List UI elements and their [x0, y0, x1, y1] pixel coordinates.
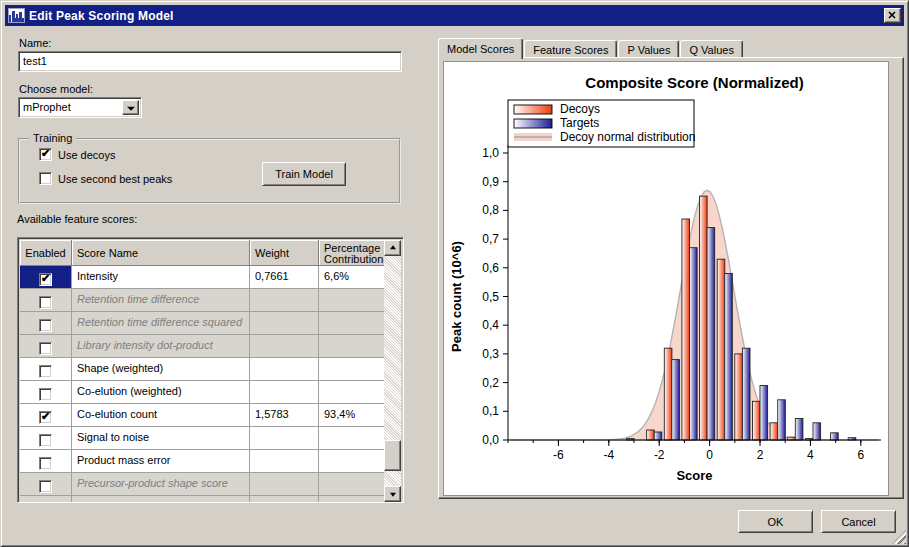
title-bar[interactable]: Edit Peak Scoring Model [5, 5, 904, 26]
enabled-cell[interactable] [20, 496, 72, 502]
tab-model-scores[interactable]: Model Scores [438, 38, 523, 59]
score-name-cell[interactable]: Shape (weighted) [72, 358, 250, 381]
model-combobox[interactable]: mProphet [18, 97, 142, 118]
weight-cell[interactable] [250, 427, 319, 450]
weight-cell[interactable] [250, 289, 319, 312]
score-name-cell[interactable]: Precursor-product shape score [72, 473, 250, 496]
chevron-down-icon [127, 106, 135, 110]
x-tick-label: 0 [706, 448, 713, 462]
score-name-cell[interactable]: Product mass error [72, 450, 250, 473]
table-header-row[interactable]: Enabled Score Name Weight PercentageCont… [20, 240, 386, 266]
weight-cell[interactable] [250, 450, 319, 473]
score-name-cell[interactable]: Retention time difference [72, 289, 250, 312]
table-row[interactable]: Precursor mass error [20, 496, 386, 502]
table-row[interactable]: Retention time difference squared [20, 312, 386, 335]
score-name-cell[interactable]: Co-elution count [72, 404, 250, 427]
training-checkbox[interactable]: ✔ [39, 148, 52, 161]
name-input[interactable]: test1 [18, 51, 402, 72]
table-row[interactable]: Co-elution (weighted) [20, 381, 386, 404]
enabled-cell[interactable]: ✔ [20, 404, 72, 427]
contribution-cell[interactable]: 6,6% [319, 266, 386, 289]
target-bar [742, 348, 750, 440]
scroll-up-button[interactable] [384, 240, 401, 256]
contribution-cell[interactable] [319, 427, 386, 450]
row-enabled-checkbox[interactable] [39, 319, 52, 332]
contribution-cell[interactable] [319, 335, 386, 358]
weight-cell[interactable]: 0,7661 [250, 266, 319, 289]
tab-q-values[interactable]: Q Values [680, 40, 742, 58]
contribution-cell[interactable] [319, 289, 386, 312]
table-row[interactable]: Signal to noise [20, 427, 386, 450]
enabled-cell[interactable] [20, 381, 72, 404]
enabled-cell[interactable]: ✔ [20, 266, 72, 289]
weight-cell[interactable] [250, 335, 319, 358]
table-row[interactable]: ✔ Intensity 0,7661 6,6% [20, 266, 386, 289]
row-enabled-checkbox[interactable] [39, 342, 52, 355]
scroll-down-button[interactable] [384, 486, 401, 502]
weight-cell[interactable] [250, 496, 319, 502]
row-enabled-checkbox[interactable] [39, 434, 52, 447]
table-scrollbar[interactable] [384, 240, 401, 502]
table-row[interactable]: Precursor-product shape score [20, 473, 386, 496]
feature-score-table[interactable]: Enabled Score Name Weight PercentageCont… [17, 237, 404, 503]
score-name-cell[interactable]: Intensity [72, 266, 250, 289]
score-name-cell[interactable]: Precursor mass error [72, 496, 250, 502]
weight-cell[interactable] [250, 312, 319, 335]
check-icon: ✔ [41, 272, 50, 285]
table-row[interactable]: Product mass error [20, 450, 386, 473]
decoy-bar [717, 259, 725, 440]
contribution-cell[interactable] [319, 312, 386, 335]
weight-cell[interactable] [250, 358, 319, 381]
contribution-cell[interactable] [319, 381, 386, 404]
contribution-cell[interactable]: 93,4% [319, 404, 386, 427]
tab-feature-scores[interactable]: Feature Scores [524, 40, 617, 58]
score-name-cell[interactable]: Signal to noise [72, 427, 250, 450]
table-row[interactable]: ✔ Co-elution count 1,5783 93,4% [20, 404, 386, 427]
row-enabled-checkbox[interactable] [39, 365, 52, 378]
target-bar [654, 432, 662, 440]
score-name-cell[interactable]: Retention time difference squared [72, 312, 250, 335]
row-enabled-checkbox[interactable]: ✔ [39, 273, 52, 286]
row-enabled-checkbox[interactable] [39, 296, 52, 309]
table-row[interactable]: Shape (weighted) [20, 358, 386, 381]
table-row[interactable]: Retention time difference [20, 289, 386, 312]
combobox-dropdown-button[interactable] [122, 100, 139, 115]
enabled-cell[interactable] [20, 473, 72, 496]
column-header-enabled[interactable]: Enabled [20, 240, 72, 266]
score-name-cell[interactable]: Library intensity dot-product [72, 335, 250, 358]
enabled-cell[interactable] [20, 335, 72, 358]
row-enabled-checkbox[interactable] [39, 480, 52, 493]
contribution-cell[interactable] [319, 473, 386, 496]
contribution-cell[interactable] [319, 496, 386, 502]
tab-p-values[interactable]: P Values [618, 40, 679, 58]
enabled-cell[interactable] [20, 427, 72, 450]
column-header-contribution[interactable]: PercentageContribution [319, 240, 386, 266]
table-row[interactable]: Library intensity dot-product [20, 335, 386, 358]
dialog-window: Edit Peak Scoring Model Name: test1 Choo… [0, 0, 909, 547]
x-tick-label: -2 [654, 448, 665, 462]
column-header-score-name[interactable]: Score Name [72, 240, 250, 266]
row-enabled-checkbox[interactable] [39, 388, 52, 401]
training-checkbox[interactable] [39, 172, 52, 185]
train-model-button[interactable]: Train Model [262, 162, 346, 186]
weight-cell[interactable]: 1,5783 [250, 404, 319, 427]
column-header-weight[interactable]: Weight [250, 240, 319, 266]
target-bar [813, 423, 821, 440]
weight-cell[interactable] [250, 381, 319, 404]
scrollbar-thumb[interactable] [384, 440, 401, 471]
contribution-cell[interactable] [319, 450, 386, 473]
enabled-cell[interactable] [20, 450, 72, 473]
score-name-cell[interactable]: Co-elution (weighted) [72, 381, 250, 404]
weight-cell[interactable] [250, 473, 319, 496]
row-enabled-checkbox[interactable]: ✔ [39, 411, 52, 424]
enabled-cell[interactable] [20, 312, 72, 335]
enabled-cell[interactable] [20, 358, 72, 381]
ok-button[interactable]: OK [738, 510, 813, 533]
cancel-button[interactable]: Cancel [821, 510, 896, 533]
enabled-cell[interactable] [20, 289, 72, 312]
contribution-cell[interactable] [319, 358, 386, 381]
composite-score-chart[interactable]: Composite Score (Normalized) 0,0 0,1 0,2… [443, 61, 889, 496]
target-bar [778, 400, 786, 440]
row-enabled-checkbox[interactable] [39, 457, 52, 470]
close-button[interactable] [884, 8, 901, 23]
